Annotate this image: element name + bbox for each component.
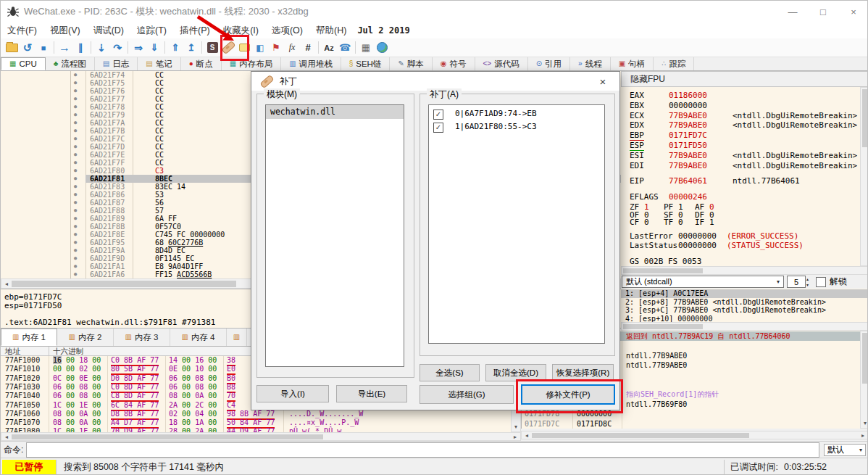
module-list[interactable]: wechatwin.dll — [265, 104, 404, 367]
breakpoint-dot-icon[interactable]: ● — [74, 183, 77, 191]
menu-options[interactable]: 选项(O) — [265, 22, 309, 38]
tab-script[interactable]: ✎脚本 — [390, 57, 432, 70]
label-button[interactable]: ◧ — [252, 40, 268, 56]
breakpoint-dot-icon[interactable]: ● — [74, 79, 77, 87]
menu-favourites[interactable]: 收藏夹(I) — [217, 22, 265, 38]
patch-dialog-close-icon[interactable]: × — [592, 72, 614, 91]
assemble-button[interactable]: Az — [321, 40, 337, 56]
tab-memory-map[interactable]: ▦内存布局 — [222, 57, 281, 70]
import-button[interactable]: 导入(I) — [256, 385, 329, 402]
breakpoint-dot-icon[interactable]: ● — [74, 270, 77, 278]
breakpoint-dot-icon[interactable]: ● — [74, 191, 77, 199]
step-in-button[interactable]: ⇓ — [146, 40, 162, 56]
calculator-button[interactable]: ▦ — [358, 40, 374, 56]
run-button[interactable]: → — [57, 40, 72, 56]
help-button[interactable] — [374, 40, 390, 56]
patch-list-item[interactable]: ✓1|6AD21F80:55->C3 — [429, 121, 604, 134]
breakpoint-dot-icon[interactable]: ● — [74, 175, 77, 183]
register-row[interactable]: ESP0171FD50 — [621, 141, 860, 150]
pause-button[interactable]: ∥ — [72, 40, 88, 56]
patch-file-button[interactable]: 修补文件(P) — [521, 384, 615, 405]
tab-symbols[interactable]: ◉符号 — [433, 57, 475, 70]
deselect-all-button[interactable]: 取消全选(D) — [485, 364, 546, 381]
breakpoint-dot-icon[interactable]: ● — [74, 103, 77, 111]
register-row[interactable]: EFLAGS00000246 — [621, 192, 860, 202]
tab-handles[interactable]: ▣句柄 — [611, 57, 654, 70]
register-row[interactable]: EIP77B64061ntdll.77B64061 — [621, 176, 860, 186]
menu-debug[interactable]: 调试(D) — [87, 22, 130, 38]
patch-checkbox[interactable]: ✓ — [433, 123, 443, 133]
register-row[interactable]: EDI77B9ABE0<ntdll.DbgUiRemoteBreakin> — [621, 161, 860, 170]
step-into-button[interactable]: ⇣ — [93, 40, 109, 56]
stack-vscrollbar[interactable]: ▾ — [860, 331, 868, 429]
register-row[interactable]: LastStatus00000000(STATUS_SUCCESS) — [621, 241, 860, 250]
tab-references[interactable]: ⊙引用 — [528, 57, 570, 70]
breakpoint-dot-icon[interactable]: ● — [74, 151, 77, 159]
register-row[interactable]: EAX01186000 — [621, 91, 860, 100]
memory-tab-2[interactable]: ▥内存 2 — [57, 329, 114, 346]
bookmark-button[interactable]: ⚑ — [268, 40, 284, 56]
stack-hscrollbar[interactable]: ◂ ▸ — [521, 431, 868, 439]
memory-tab-1[interactable]: ▥内存 1 — [1, 329, 57, 346]
breakpoint-dot-icon[interactable]: ● — [74, 71, 77, 79]
breakpoint-dot-icon[interactable]: ● — [74, 231, 77, 239]
run-to-cursor-button[interactable]: ⇒ — [130, 40, 146, 56]
restore-selection-button[interactable]: 恢复选择项(R) — [552, 364, 614, 381]
register-row[interactable]: EBP0171FD7C — [621, 131, 860, 140]
tab-cpu[interactable]: ▦CPU — [1, 57, 46, 70]
patch-checkbox[interactable]: ✓ — [433, 110, 443, 120]
calling-convention-select[interactable]: 默认 (stdcall) ▾ — [622, 276, 784, 288]
arg-count-stepper[interactable]: 5 — [787, 276, 806, 288]
patch-list-item[interactable]: ✓0|6A7F1AD9:74->EB — [429, 108, 604, 121]
arguments-hscrollbar[interactable] — [621, 322, 868, 331]
breakpoint-dot-icon[interactable]: ● — [74, 239, 77, 247]
menu-trace[interactable]: 追踪(T) — [130, 22, 173, 38]
tab-source[interactable]: <>源代码 — [475, 57, 528, 70]
breakpoint-dot-icon[interactable]: ● — [74, 127, 77, 135]
breakpoint-dot-icon[interactable]: ● — [74, 255, 77, 263]
register-row[interactable]: GS 002B FS 0053 — [621, 257, 860, 266]
register-row[interactable]: CF0TF0IF1 — [621, 218, 860, 227]
stack-row[interactable]: 0171FD7C0171FD8C — [522, 419, 860, 429]
breakpoint-dot-icon[interactable]: ● — [74, 111, 77, 119]
breakpoint-dot-icon[interactable]: ● — [74, 223, 77, 231]
command-profile-select[interactable]: 默认 ▾ — [824, 444, 866, 456]
tab-log[interactable]: ▤日志 — [95, 57, 138, 70]
dump-row[interactable]: 77AF10801C 00 1E 0070 D9 AF 7728 00 2A 0… — [1, 427, 511, 432]
select-all-button[interactable]: 全选(S) — [420, 364, 480, 381]
menu-file[interactable]: 文件(F) — [1, 22, 43, 38]
breakpoint-dot-icon[interactable]: ● — [74, 215, 77, 223]
register-row[interactable]: ESI77B9ABE0<ntdll.DbgUiRemoteBreakin> — [621, 151, 860, 160]
run-to-user-code-button[interactable]: ↥ — [183, 40, 199, 56]
breakpoint-dot-icon[interactable]: ● — [74, 167, 77, 175]
registers-hscrollbar[interactable] — [621, 266, 868, 275]
breakpoint-dot-icon[interactable]: ● — [74, 135, 77, 143]
argument-row[interactable]: 1: [esp+4] A0C17EEA — [621, 289, 868, 298]
register-row[interactable]: EDX77B9ABE0<ntdll.DbgUiRemoteBreakin> — [621, 120, 860, 130]
breakpoint-dot-icon[interactable]: ● — [74, 263, 77, 270]
module-list-item[interactable]: wechatwin.dll — [266, 105, 404, 119]
command-input[interactable] — [26, 442, 819, 458]
patch-button[interactable] — [220, 40, 236, 56]
stack-row[interactable]: 0171FD7800000000 — [522, 409, 860, 418]
select-group-button[interactable]: 选择组(G) — [420, 385, 514, 404]
breakpoint-dot-icon[interactable]: ● — [74, 199, 77, 207]
arg-count-spin-buttons[interactable]: ▴ ▾ — [806, 276, 809, 288]
breakpoint-dot-icon[interactable]: ● — [74, 159, 77, 167]
breakpoint-dot-icon[interactable]: ● — [74, 87, 77, 95]
menu-plugins[interactable]: 插件(P) — [173, 22, 217, 38]
tab-breakpoints[interactable]: ●断点 — [181, 57, 222, 70]
hash-button[interactable]: # — [300, 40, 316, 56]
hide-fpu-button[interactable]: 隐藏FPU — [621, 71, 868, 87]
registers-vscrollbar[interactable] — [860, 87, 868, 266]
tab-trace[interactable]: ∴跟踪 — [654, 57, 694, 70]
menu-view[interactable]: 视图(V) — [43, 22, 87, 38]
tab-graph[interactable]: ♣流程图 — [46, 57, 95, 70]
script-button[interactable]: S — [204, 40, 220, 56]
register-row[interactable]: ECX77B9ABE0<ntdll.DbgUiRemoteBreakin> — [621, 111, 860, 120]
argument-row[interactable]: 2: [esp+8] 77B9ABE0 <ntdll.DbgUiRemoteBr… — [621, 298, 868, 307]
breakpoint-dot-icon[interactable]: ● — [74, 95, 77, 103]
close-debuggee-button[interactable]: ■ — [36, 40, 51, 56]
memory-tab-5[interactable]: ▥ — [227, 329, 247, 346]
tab-seh[interactable]: §SEH链 — [341, 57, 391, 70]
